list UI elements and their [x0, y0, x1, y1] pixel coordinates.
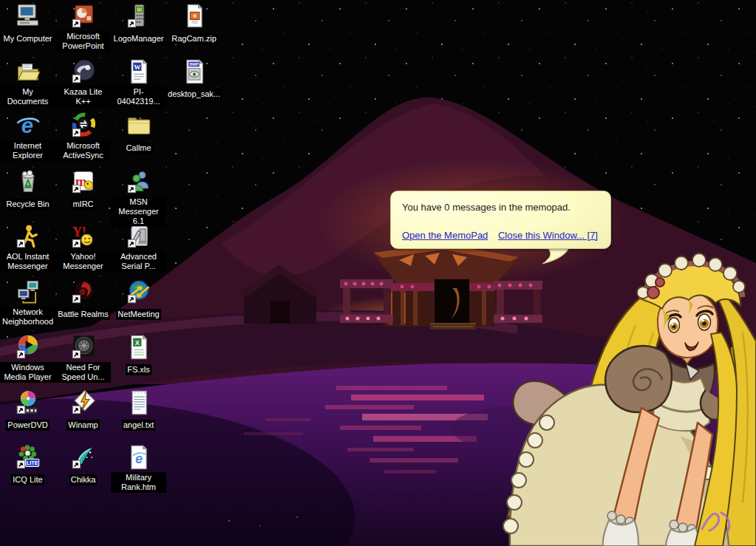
- msn-messenger-icon: [126, 168, 152, 195]
- desktop-icon-label: mIRC: [71, 199, 95, 210]
- kazaa-icon: [70, 58, 97, 85]
- close-window-link[interactable]: Close this Window... [7]: [498, 230, 598, 241]
- bmp-image-icon: BMP: [181, 58, 208, 85]
- excel-file-icon: X: [126, 334, 152, 361]
- desktop-icon-label: PowerDVD: [6, 420, 49, 431]
- open-memopad-link[interactable]: Open the MemoPad: [402, 230, 488, 241]
- powerdvd-icon: [15, 389, 41, 416]
- word-document-icon: W: [126, 58, 152, 85]
- netmeeting-icon: [126, 279, 152, 305]
- desktop-icon-label: angel.txt: [122, 420, 156, 431]
- windows-media-player-icon: [15, 334, 41, 361]
- desktop-icon-label: Internet Explorer: [0, 140, 55, 161]
- network-neighborhood-icon: [15, 279, 41, 305]
- desktop-icon-activesync[interactable]: Microsoft ActiveSync: [55, 112, 111, 161]
- desktop-icon-label: FS.xls: [126, 364, 151, 375]
- desktop-icon-label: Kazaa Lite K++: [55, 86, 111, 107]
- yahoo-messenger-icon: Y!: [70, 223, 97, 250]
- balloon-tail: [541, 247, 579, 266]
- text-file-icon: [126, 389, 152, 416]
- html-file-icon: e: [126, 444, 152, 471]
- desktop-icon-angel-txt[interactable]: angel.txt: [111, 389, 166, 431]
- desktop-icon-label: MSN Messenger 6.1: [111, 197, 166, 227]
- desktop-icon-powerdvd[interactable]: PowerDVD: [0, 389, 55, 431]
- desktop-icon-yahoo-messenger[interactable]: Y! Yahoo! Messenger: [55, 223, 111, 272]
- desktop-icon-windows-media-player[interactable]: Windows Media Player: [0, 334, 55, 383]
- desktop-icon-pi-document[interactable]: W PI-04042319...: [111, 58, 166, 107]
- desktop-icon-callme[interactable]: Callme: [111, 112, 166, 154]
- desktop-icon-label: Network Neighborhood: [0, 307, 55, 327]
- folder-icon: [126, 112, 152, 139]
- desktop-icon-label: desktop_sak...: [166, 89, 222, 100]
- desktop-icon-recycle-bin[interactable]: Recycle Bin: [0, 168, 55, 210]
- desktop-icon-label: PI-04042319...: [111, 86, 166, 107]
- desktop-icon-netmeeting[interactable]: NetMeeting: [111, 279, 166, 320]
- svg-text:e: e: [21, 114, 33, 137]
- memopad-balloon: You have 0 messages in the memopad. Open…: [390, 191, 611, 249]
- desktop-icon-ragcam-zip[interactable]: RagCam.zip: [166, 3, 222, 44]
- desktop-icon-label: Winamp: [67, 420, 99, 431]
- desktop-icon-label: Windows Media Player: [0, 362, 55, 383]
- desktop-icon-label: ICQ Lite: [11, 474, 44, 485]
- desktop-icon-need-for-speed[interactable]: Need For Speed Un...: [55, 334, 111, 383]
- internet-explorer-icon: e: [15, 112, 41, 139]
- desktop-icon-label: RagCam.zip: [170, 33, 218, 44]
- desktop-icon-battle-realms[interactable]: Battle Realms: [55, 279, 111, 320]
- winamp-icon: [70, 389, 97, 416]
- need-for-speed-icon: [70, 334, 97, 361]
- svg-text:LITE: LITE: [26, 460, 38, 466]
- desktop-icon-label: NetMeeting: [116, 309, 160, 320]
- activesync-icon: [70, 112, 97, 139]
- logomanager-phone-icon: [126, 3, 152, 30]
- svg-text:X: X: [134, 339, 139, 347]
- advanced-serial-icon: [126, 223, 152, 250]
- desktop-icon-label: Yahoo! Messenger: [55, 251, 111, 272]
- desktop-icon-desktop-sak[interactable]: BMP desktop_sak...: [166, 58, 222, 100]
- desktop-icon-label: Recycle Bin: [4, 199, 50, 210]
- desktop-icon-winamp[interactable]: Winamp: [55, 389, 111, 431]
- desktop-icon-fs-xls[interactable]: X FS.xls: [111, 334, 166, 375]
- desktop-icon-label: AOL Instant Messenger: [0, 251, 55, 272]
- desktop-icon-my-computer[interactable]: My Computer: [0, 3, 55, 44]
- aol-instant-messenger-icon: [15, 223, 41, 250]
- desktop-icon-advanced-serial[interactable]: Advanced Serial P...: [111, 223, 166, 272]
- desktop-icon-military-rank[interactable]: e Military Rank.htm: [111, 444, 166, 493]
- desktop-icon-chikka[interactable]: Chikka: [55, 444, 111, 485]
- desktop: My Computer Microsoft PowerPoint LogoMan…: [0, 0, 756, 546]
- chikka-icon: [70, 444, 97, 471]
- desktop-icon-internet-explorer[interactable]: e Internet Explorer: [0, 112, 55, 161]
- svg-text:W: W: [134, 64, 140, 71]
- desktop-icon-kazaa[interactable]: Kazaa Lite K++: [55, 58, 111, 107]
- desktop-icon-mirc[interactable]: m mIRC: [55, 168, 111, 210]
- desktop-icon-powerpoint[interactable]: Microsoft PowerPoint: [55, 3, 111, 52]
- desktop-icon-my-documents[interactable]: My Documents: [0, 58, 55, 107]
- desktop-icon-label: My Documents: [0, 86, 55, 107]
- desktop-icon-icq-lite[interactable]: LITE ICQ Lite: [0, 444, 55, 485]
- powerpoint-icon: [70, 3, 97, 30]
- mirc-icon: m: [70, 168, 97, 195]
- desktop-icon-aol-instant-messenger[interactable]: AOL Instant Messenger: [0, 223, 55, 272]
- desktop-icon-network-neighborhood[interactable]: Network Neighborhood: [0, 279, 55, 327]
- my-computer-icon: [15, 3, 41, 30]
- icq-lite-icon: LITE: [15, 444, 41, 471]
- desktop-icon-label: Microsoft PowerPoint: [55, 31, 111, 52]
- memopad-message: You have 0 messages in the memopad.: [402, 202, 571, 213]
- svg-text:BMP: BMP: [189, 62, 199, 66]
- desktop-icon-label: My Computer: [1, 33, 53, 44]
- desktop-icon-label: Advanced Serial P...: [111, 251, 166, 272]
- battle-realms-icon: [70, 279, 97, 305]
- zip-file-icon: [181, 3, 208, 30]
- desktop-icon-label: Callme: [124, 143, 152, 154]
- desktop-icon-label: Chikka: [69, 474, 98, 485]
- recycle-bin-icon: [15, 168, 41, 195]
- my-documents-folder-icon: [15, 58, 41, 85]
- desktop-icon-label: Microsoft ActiveSync: [55, 140, 111, 161]
- desktop-icon-msn-messenger[interactable]: MSN Messenger 6.1: [111, 168, 166, 227]
- desktop-icon-label: Battle Realms: [56, 309, 109, 320]
- desktop-icon-label: LogoManager: [112, 33, 166, 44]
- desktop-icon-label: Need For Speed Un...: [55, 362, 111, 383]
- desktop-icon-logomanager[interactable]: LogoManager: [111, 3, 166, 44]
- desktop-icon-label: Military Rank.htm: [111, 472, 166, 493]
